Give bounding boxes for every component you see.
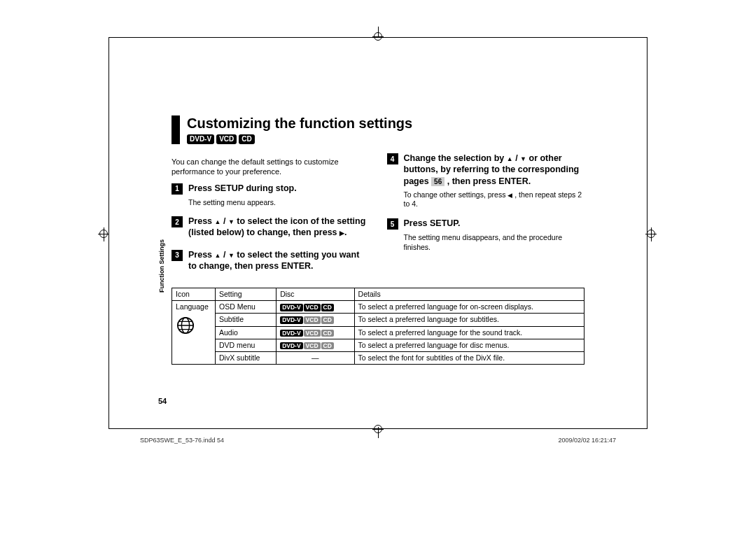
table-row: Subtitle DVD-VVCDCD To select a preferre… [172,314,584,326]
footer-filename: SDP63SWE_E_53-76.indd 54 [140,437,224,444]
badge-dvdv: DVD-V [187,134,214,144]
disc-cell: DVD-VVCDCD [276,339,354,351]
globe-icon [176,316,195,335]
setting-cell: OSD Menu [216,301,276,314]
th-disc: Disc [276,288,354,301]
page-reference-badge: 56 [431,177,444,186]
setting-cell: DVD menu [216,339,276,351]
disc-cell: DVD-VVCDCD [276,326,354,339]
settings-table: Icon Setting Disc Details Language OSD M… [172,288,584,365]
side-tab-label: Function Settings [158,239,165,293]
details-cell: To select a preferred language for the s… [354,326,584,339]
badge-vcd: VCD [216,134,237,144]
step-text: Press ▲ / ▼ to select the setting you wa… [188,249,370,272]
th-setting: Setting [216,288,276,301]
table-row: Audio DVD-VVCDCD To select a preferred l… [172,326,584,339]
table-row: DVD menu DVD-VVCDCD To select a preferre… [172,339,584,351]
step-5: 5 Press SETUP. [387,218,585,230]
badge-vcd-muted: VCD [304,342,321,349]
page-footer: SDP63SWE_E_53-76.indd 54 2009/02/02 16:2… [140,437,616,444]
disc-format-badges: DVD-V VCD CD [187,134,584,144]
up-triangle-icon: ▲ [507,155,513,162]
page-content: Customizing the function settings DVD-V … [172,115,584,365]
setting-cell: DivX subtitle [216,351,276,364]
registration-mark [374,425,382,433]
badge-cd-muted: CD [321,316,334,323]
badge-dvdv: DVD-V [280,316,302,323]
badge-dvdv: DVD-V [280,330,302,337]
step-subtext: The setting menu appears. [188,198,370,208]
registration-mark [98,234,109,234]
page-title: Customizing the function settings [187,115,584,132]
disc-cell: DVD-VVCDCD [276,301,354,314]
th-details: Details [354,288,584,301]
step-text: Press SETUP. [404,218,461,230]
step-number-icon: 2 [172,216,183,227]
table-header-row: Icon Setting Disc Details [172,288,584,301]
table-row: Language OSD Menu DVD-VVCDCD To select a… [172,301,584,314]
details-cell: To select a preferred language for subti… [354,314,584,326]
step-number-icon: 1 [172,183,183,195]
left-column: You can change the default settings to c… [172,148,370,275]
down-triangle-icon: ▼ [520,155,526,162]
step-text: Press SETUP during stop. [188,183,297,195]
setting-cell: Audio [216,326,276,339]
step-2: 2 Press ▲ / ▼ to select the icon of the … [172,216,370,239]
details-cell: To select the font for subtitles of the … [354,351,584,364]
badge-dvdv: DVD-V [280,342,302,349]
step-4: 4 Change the selection by ▲ / ▼ or other… [387,153,585,187]
registration-mark [645,234,657,234]
footer-timestamp: 2009/02/02 16:21:47 [558,437,616,444]
setting-cell: Subtitle [216,314,276,326]
step-number-icon: 5 [387,218,398,230]
step-text: Change the selection by ▲ / ▼ or other b… [404,153,585,187]
details-cell: To select a preferred language for disc … [354,339,584,351]
step-subtext: To change other settings, press ◀ , then… [404,190,585,209]
badge-cd-muted: CD [321,330,334,337]
badge-cd: CD [321,304,334,311]
step-3: 3 Press ▲ / ▼ to select the setting you … [172,249,370,272]
step-1: 1 Press SETUP during stop. [172,183,370,195]
disc-cell-dash: — [276,351,354,364]
th-icon: Icon [172,288,216,301]
disc-cell: DVD-VVCDCD [276,314,354,326]
right-column: 4 Change the selection by ▲ / ▼ or other… [387,148,585,275]
badge-cd-muted: CD [321,342,334,349]
right-triangle-icon: ▶ [340,230,344,237]
registration-mark [374,32,382,41]
badge-vcd-muted: VCD [304,330,321,337]
details-cell: To select a preferred language for on-sc… [354,301,584,314]
step-number-icon: 3 [172,250,183,261]
page-number: 54 [158,397,167,405]
intro-text: You can change the default settings to c… [172,157,370,177]
title-bar: Customizing the function settings DVD-V … [172,115,584,144]
table-row: DivX subtitle — To select the font for s… [172,351,584,364]
step-number-icon: 4 [387,153,398,164]
group-label: Language [176,302,209,311]
badge-vcd-muted: VCD [304,316,321,323]
step-subtext: The setting menu disappears, and the pro… [404,233,585,252]
badge-cd: CD [239,134,254,144]
down-triangle-icon: ▼ [228,218,234,225]
down-triangle-icon: ▼ [228,252,234,259]
icon-cell: Language [172,301,216,365]
badge-vcd: VCD [304,304,321,311]
badge-dvdv: DVD-V [280,304,302,311]
step-text: Press ▲ / ▼ to select the icon of the se… [188,216,370,239]
